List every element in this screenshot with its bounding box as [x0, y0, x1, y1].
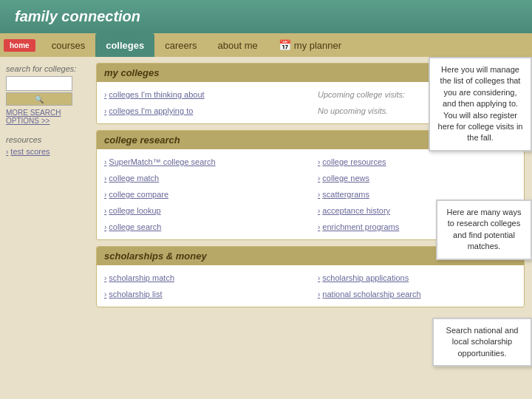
chevron-icon: › [318, 158, 320, 166]
college-compare-link[interactable]: ›college compare [104, 188, 303, 201]
thinking-about-link[interactable]: › colleges I'm thinking about [104, 88, 303, 101]
college-news-link[interactable]: ›college news [318, 171, 516, 185]
more-search-options-link[interactable]: MORE SEARCH OPTIONS >> [6, 109, 83, 125]
sidebar-test-scores-link[interactable]: › test scores [6, 147, 83, 156]
app-title: family connection [15, 8, 140, 25]
college-lookup-link[interactable]: ›college lookup [104, 204, 303, 217]
scholarships-grid: ›scholarship match ›scholarship applicat… [104, 271, 516, 301]
nav-courses[interactable]: courses [41, 33, 96, 57]
header: family connection [0, 0, 532, 33]
chevron-icon: › [104, 207, 106, 215]
applying-to-link[interactable]: › colleges I'm applying to [104, 104, 303, 117]
chevron-icon: › [104, 290, 106, 299]
nav-my-planner[interactable]: 📅 my planner [268, 33, 352, 57]
chevron-icon: › [104, 91, 106, 99]
chevron-icon: › [318, 207, 320, 215]
scholarship-list-link[interactable]: ›scholarship list [104, 287, 303, 301]
tooltip-my-colleges: Here you will manage the list of college… [429, 57, 532, 151]
supermatch-link[interactable]: ›SuperMatch™ college search [104, 155, 303, 168]
navbar: home courses colleges careers about me 📅… [0, 33, 532, 57]
chevron-icon: › [104, 158, 106, 166]
chevron-icon: › [318, 274, 320, 282]
search-input[interactable] [6, 76, 72, 91]
chevron-icon: › [318, 223, 320, 231]
search-label: search for colleges: [6, 64, 83, 73]
college-search-link[interactable]: ›college search [104, 220, 303, 233]
chevron-icon: › [104, 274, 106, 282]
nav-colleges[interactable]: colleges [95, 33, 154, 57]
sidebar: search for colleges: 🔍 MORE SEARCH OPTIO… [0, 57, 89, 399]
national-scholarship-link[interactable]: ›national scholarship search [318, 287, 516, 301]
chevron-icon: › [318, 191, 320, 199]
scholarship-match-link[interactable]: ›scholarship match [104, 271, 303, 284]
chevron-icon: › [6, 148, 8, 156]
college-resources-link[interactable]: ›college resources [318, 155, 516, 168]
chevron-icon: › [318, 290, 320, 299]
resources-label: resources [6, 135, 83, 144]
tooltip-scholarships: Search national and local scholarship op… [432, 318, 532, 366]
search-go-button[interactable]: 🔍 [6, 92, 72, 106]
chevron-icon: › [104, 107, 106, 115]
scholarship-applications-link[interactable]: ›scholarship applications [318, 271, 516, 284]
chevron-icon: › [104, 174, 106, 183]
home-button[interactable]: home [4, 39, 35, 52]
chevron-icon: › [104, 191, 106, 199]
chevron-icon: › [104, 223, 106, 231]
nav-careers[interactable]: careers [154, 33, 207, 57]
tooltip-college-research: Here are many ways to research colleges … [436, 200, 532, 260]
nav-about-me[interactable]: about me [208, 33, 268, 57]
college-match-link[interactable]: ›college match [104, 171, 303, 185]
planner-icon: 📅 [279, 39, 291, 51]
chevron-icon: › [318, 174, 320, 183]
